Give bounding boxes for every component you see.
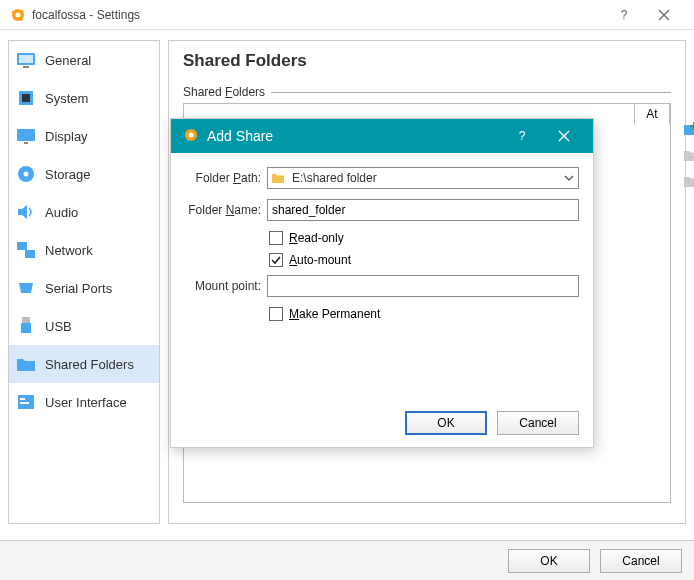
- svg-rect-15: [25, 250, 35, 258]
- tab-at[interactable]: At: [634, 103, 670, 125]
- svg-rect-17: [21, 323, 31, 333]
- folder-icon: [15, 353, 37, 375]
- dialog-titlebar: Add Share ?: [171, 119, 593, 153]
- folder-path-value: E:\shared folder: [288, 171, 560, 185]
- svg-rect-22: [690, 125, 694, 127]
- monitor-icon: [15, 49, 37, 71]
- add-share-dialog: Add Share ? Folder Path: E:\shared folde…: [170, 118, 594, 448]
- app-icon: [10, 7, 26, 23]
- folder-actions: [682, 120, 694, 190]
- close-button[interactable]: [644, 1, 684, 29]
- sidebar-item-audio[interactable]: Audio: [9, 193, 159, 231]
- folder-path-dropdown[interactable]: E:\shared folder: [267, 167, 579, 189]
- svg-point-4: [20, 18, 22, 20]
- svg-rect-20: [20, 402, 29, 404]
- svg-rect-9: [22, 94, 30, 102]
- help-button[interactable]: ?: [604, 1, 644, 29]
- permanent-label: Make Permanent: [289, 307, 380, 321]
- dialog-title: Add Share: [207, 128, 497, 144]
- sidebar-item-shared-folders[interactable]: Shared Folders: [9, 345, 159, 383]
- svg-rect-14: [17, 242, 27, 250]
- dialog-cancel-button[interactable]: Cancel: [497, 411, 579, 435]
- svg-point-24: [189, 132, 194, 137]
- svg-point-2: [12, 10, 14, 12]
- svg-rect-7: [23, 66, 29, 68]
- svg-rect-19: [20, 398, 25, 400]
- sidebar-item-general[interactable]: General: [9, 41, 159, 79]
- automount-checkbox[interactable]: [269, 253, 283, 267]
- chevron-down-icon: [560, 173, 578, 183]
- readonly-label: Read-only: [289, 231, 344, 245]
- svg-point-13: [24, 172, 29, 177]
- folder-small-icon: [268, 171, 288, 185]
- folder-path-label: Folder Path:: [185, 171, 261, 185]
- sidebar-item-usb[interactable]: USB: [9, 307, 159, 345]
- remove-share-button[interactable]: [682, 172, 694, 190]
- folder-name-input[interactable]: [267, 199, 579, 221]
- svg-rect-10: [17, 129, 35, 141]
- group-header: Shared Folders: [183, 85, 671, 99]
- mountpoint-label: Mount point:: [185, 279, 261, 293]
- settings-sidebar: General System Display Storage Audio Net…: [8, 40, 160, 524]
- page-title: Shared Folders: [183, 51, 671, 71]
- dialog-ok-button[interactable]: OK: [405, 411, 487, 435]
- sidebar-item-display[interactable]: Display: [9, 117, 159, 155]
- readonly-checkbox[interactable]: [269, 231, 283, 245]
- sidebar-item-network[interactable]: Network: [9, 231, 159, 269]
- svg-point-3: [21, 10, 23, 12]
- settings-cancel-button[interactable]: Cancel: [600, 549, 682, 573]
- dialog-help-button[interactable]: ?: [505, 119, 539, 153]
- sidebar-item-storage[interactable]: Storage: [9, 155, 159, 193]
- sidebar-item-system[interactable]: System: [9, 79, 159, 117]
- sidebar-item-user-interface[interactable]: User Interface: [9, 383, 159, 421]
- svg-point-1: [16, 12, 21, 17]
- svg-rect-16: [22, 317, 30, 323]
- add-share-button[interactable]: [682, 120, 694, 138]
- gear-icon: [183, 127, 199, 146]
- window-titlebar: focalfossa - Settings ?: [0, 0, 694, 30]
- window-title: focalfossa - Settings: [32, 8, 604, 22]
- svg-rect-6: [19, 55, 33, 63]
- edit-share-button[interactable]: [682, 146, 694, 164]
- folder-name-label: Folder Name:: [185, 203, 261, 217]
- chip-icon: [15, 87, 37, 109]
- mountpoint-input[interactable]: [267, 275, 579, 297]
- network-icon: [15, 239, 37, 261]
- ui-icon: [15, 391, 37, 413]
- serial-icon: [15, 277, 37, 299]
- settings-ok-button[interactable]: OK: [508, 549, 590, 573]
- sidebar-item-serial-ports[interactable]: Serial Ports: [9, 269, 159, 307]
- permanent-checkbox[interactable]: [269, 307, 283, 321]
- usb-icon: [15, 315, 37, 337]
- automount-label: Auto-mount: [289, 253, 351, 267]
- settings-footer: OK Cancel: [0, 540, 694, 580]
- dialog-close-button[interactable]: [547, 119, 581, 153]
- svg-rect-11: [24, 142, 28, 144]
- display-icon: [15, 125, 37, 147]
- disk-icon: [15, 163, 37, 185]
- speaker-icon: [15, 201, 37, 223]
